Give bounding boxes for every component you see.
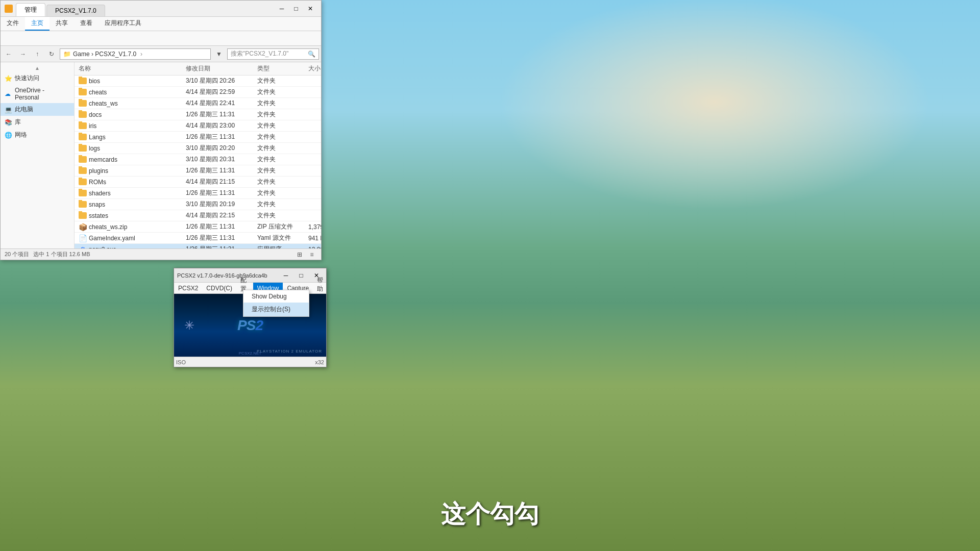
file-row[interactable]: ROMs 4/14 星期四 21:15 文件夹: [75, 177, 321, 188]
titlebar-tab-title[interactable]: PCSX2_V1.7.0: [46, 5, 105, 16]
file-row[interactable]: bios 3/10 星期四 20:26 文件夹: [75, 76, 321, 87]
view-list-button[interactable]: ≡: [307, 249, 317, 260]
file-row[interactable]: cheats_ws 4/14 星期四 22:41 文件夹: [75, 98, 321, 109]
pcsx2-menu-cdvd[interactable]: CDVD(C): [202, 283, 236, 293]
file-name-cell: shaders: [75, 189, 182, 198]
ribbon-tab-view[interactable]: 查看: [74, 17, 99, 31]
file-name-cell: cheats_ws: [75, 99, 182, 108]
file-date: 4/14 星期四 22:15: [182, 210, 253, 221]
pcsx2-maximize-button[interactable]: □: [295, 269, 308, 282]
address-dropdown[interactable]: ▼: [213, 48, 225, 60]
column-header-name[interactable]: 名称: [75, 62, 182, 75]
pcsx2-menu-pcsx2[interactable]: PCSX2: [174, 283, 202, 293]
sidebar-label-onedrive: OneDrive - Personal: [15, 87, 70, 101]
file-row[interactable]: 📄 GameIndex.yaml 1/26 星期三 11:31 Yaml 源文件…: [75, 233, 321, 244]
file-row[interactable]: snaps 3/10 星期四 20:19 文件夹: [75, 199, 321, 210]
quick-access-icon: ⭐: [5, 75, 12, 82]
file-date: 3/10 星期四 20:26: [182, 76, 253, 86]
file-date: 3/10 星期四 20:19: [182, 199, 253, 210]
pcsx2-minimize-button[interactable]: ─: [279, 269, 292, 282]
file-row[interactable]: iris 4/14 星期四 23:00 文件夹: [75, 120, 321, 132]
sidebar-item-onedrive[interactable]: ☁ OneDrive - Personal: [1, 85, 74, 103]
file-type: 文件夹: [253, 76, 304, 86]
file-date: 1/26 星期三 11:31: [182, 165, 253, 176]
file-size: [304, 170, 321, 172]
ps2-url: PCSX2.NET: [239, 351, 261, 356]
explorer-app-icon: [5, 5, 13, 13]
file-name: GameIndex.yaml: [89, 235, 135, 242]
file-date: 1/26 星期三 11:31: [182, 233, 253, 243]
file-rows-container: bios 3/10 星期四 20:26 文件夹 cheats 4/14 星期四 …: [75, 76, 321, 248]
file-size: [304, 91, 321, 93]
pcsx2-status-iso: ISO: [176, 359, 186, 365]
file-size: 941 KB: [304, 234, 321, 243]
file-size: [304, 80, 321, 82]
close-button[interactable]: ✕: [304, 2, 317, 15]
back-button[interactable]: ←: [3, 48, 15, 60]
ribbon-tab-home[interactable]: 主页: [25, 17, 50, 31]
file-size: [304, 114, 321, 116]
search-placeholder: 搜索"PCSX2_V1.7.0": [231, 49, 288, 58]
file-name-cell: iris: [75, 121, 182, 131]
file-row[interactable]: Langs 1/26 星期三 11:31 文件夹: [75, 132, 321, 143]
context-menu: Show Debug 显示控制台(S): [243, 290, 309, 317]
file-type: ZIP 压缩文件: [253, 221, 304, 232]
file-row[interactable]: ⚙ pcsx2.exe 1/26 星期三 11:31 应用程序 12,960 K…: [75, 244, 321, 248]
file-type: 文件夹: [253, 132, 304, 142]
file-name-cell: cheats: [75, 88, 182, 97]
file-row[interactable]: shaders 1/26 星期三 11:31 文件夹: [75, 188, 321, 199]
ribbon-tab-tools[interactable]: 应用程序工具: [99, 17, 148, 31]
minimize-button[interactable]: ─: [275, 2, 288, 15]
address-bar[interactable]: 📁 Game › PCSX2_V1.7.0 ›: [60, 48, 211, 60]
titlebar-tabs: 管理 PCSX2_V1.7.0: [16, 1, 272, 16]
file-date: 4/14 星期四 23:00: [182, 120, 253, 131]
status-bar: 20 个项目 选中 1 个项目 12.6 MB ⊞ ≡: [1, 248, 321, 260]
file-size: [304, 192, 321, 194]
sidebar-item-network[interactable]: 🌐 网络: [1, 129, 74, 141]
forward-button[interactable]: →: [17, 48, 29, 60]
file-size: 1,379 KB: [304, 222, 321, 232]
view-tiles-button[interactable]: ⊞: [295, 249, 305, 260]
refresh-button[interactable]: ↻: [45, 48, 58, 60]
context-menu-show-debug[interactable]: Show Debug: [243, 290, 309, 303]
search-bar[interactable]: 搜索"PCSX2_V1.7.0" 🔍: [227, 48, 319, 60]
file-size: [304, 181, 321, 183]
sidebar-item-this-pc[interactable]: 💻 此电脑: [1, 103, 74, 116]
file-row[interactable]: cheats 4/14 星期四 22:59 文件夹: [75, 87, 321, 98]
file-type: 文件夹: [253, 87, 304, 97]
file-name-cell: logs: [75, 144, 182, 153]
column-header-date[interactable]: 修改日期: [182, 62, 253, 75]
up-button[interactable]: ↑: [31, 48, 43, 60]
network-icon: 🌐: [5, 132, 12, 139]
file-type: 文件夹: [253, 154, 304, 165]
scroll-up[interactable]: ▲: [1, 64, 74, 72]
explorer-main: ▲ ⭐ 快速访问 ☁ OneDrive - Personal 💻 此电脑 📚 库: [1, 62, 321, 248]
file-name-cell: sstates: [75, 211, 182, 220]
column-header-size[interactable]: 大小: [304, 62, 321, 75]
file-size: 12,960 KB: [304, 245, 321, 249]
file-type: 文件夹: [253, 188, 304, 198]
sidebar-item-library[interactable]: 📚 库: [1, 116, 74, 129]
ribbon-tab-share[interactable]: 共享: [50, 17, 74, 31]
sidebar-item-quick-access[interactable]: ⭐ 快速访问: [1, 72, 74, 85]
file-name: logs: [89, 145, 100, 152]
file-row[interactable]: memcards 3/10 星期四 20:31 文件夹: [75, 154, 321, 165]
file-name: shaders: [89, 190, 111, 197]
ribbon-tabs: 文件 主页 共享 查看 应用程序工具: [1, 17, 321, 31]
file-row[interactable]: logs 3/10 星期四 20:20 文件夹: [75, 143, 321, 154]
pcsx2-status-right: x32: [315, 359, 324, 365]
titlebar-tab-manage[interactable]: 管理: [16, 3, 45, 16]
file-name: cheats_ws: [89, 100, 118, 107]
column-header-type[interactable]: 类型: [253, 62, 304, 75]
file-name: docs: [89, 111, 102, 118]
file-row[interactable]: sstates 4/14 星期四 22:15 文件夹: [75, 210, 321, 221]
file-row[interactable]: docs 1/26 星期三 11:31 文件夹: [75, 109, 321, 120]
context-menu-show-console[interactable]: 显示控制台(S): [243, 303, 309, 316]
file-name: bios: [89, 78, 100, 85]
pcsx2-menu-help[interactable]: 帮助(H): [313, 283, 330, 293]
file-type: 文件夹: [253, 109, 304, 120]
file-row[interactable]: 📦 cheats_ws.zip 1/26 星期三 11:31 ZIP 压缩文件 …: [75, 221, 321, 233]
ribbon-tab-file[interactable]: 文件: [1, 17, 25, 31]
file-row[interactable]: plugins 1/26 星期三 11:31 文件夹: [75, 165, 321, 177]
maximize-button[interactable]: □: [289, 2, 303, 15]
